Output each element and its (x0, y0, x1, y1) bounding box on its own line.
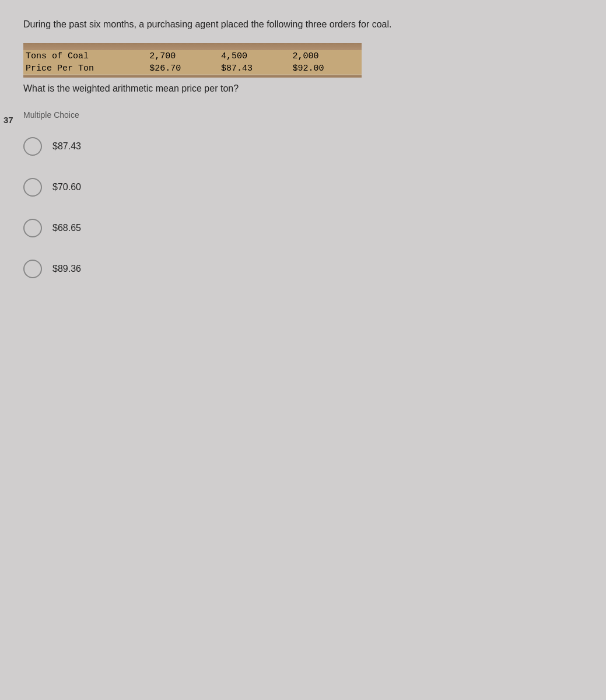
table-bottom-stripe (23, 75, 362, 78)
table-section: Tons of Coal 2,700 4,500 2,000 Price Per… (23, 43, 583, 78)
multiple-choice-label: Multiple Choice (23, 110, 583, 120)
row1-col3: 2,000 (290, 50, 362, 62)
option-label-2[interactable]: $70.60 (52, 182, 81, 192)
radio-option-4[interactable] (23, 260, 42, 278)
option-label-3[interactable]: $68.65 (52, 223, 81, 233)
question-number: 37 (0, 114, 17, 126)
page-container: During the past six months, a purchasing… (0, 0, 606, 700)
table-row-1: Tons of Coal 2,700 4,500 2,000 (23, 50, 362, 62)
row2-col1: $26.70 (147, 62, 219, 75)
row2-label: Price Per Ton (23, 62, 147, 75)
radio-option-3[interactable] (23, 219, 42, 237)
table-top-stripe (23, 43, 362, 50)
row1-label: Tons of Coal (23, 50, 147, 62)
options-list: $87.43 $70.60 $68.65 $89.36 (23, 137, 583, 278)
question-text: What is the weighted arithmetic mean pri… (23, 83, 583, 94)
row1-col1: 2,700 (147, 50, 219, 62)
row1-col2: 4,500 (219, 50, 290, 62)
option-item-3[interactable]: $68.65 (23, 219, 583, 237)
radio-option-2[interactable] (23, 178, 42, 197)
option-label-1[interactable]: $87.43 (52, 141, 81, 152)
data-table: Tons of Coal 2,700 4,500 2,000 Price Per… (23, 50, 362, 75)
radio-option-1[interactable] (23, 137, 42, 156)
option-item-4[interactable]: $89.36 (23, 260, 583, 278)
row2-col2: $87.43 (219, 62, 290, 75)
intro-text: During the past six months, a purchasing… (23, 18, 583, 32)
option-item-1[interactable]: $87.43 (23, 137, 583, 156)
table-row-2: Price Per Ton $26.70 $87.43 $92.00 (23, 62, 362, 75)
option-item-2[interactable]: $70.60 (23, 178, 583, 197)
row2-col3: $92.00 (290, 62, 362, 75)
option-label-4[interactable]: $89.36 (52, 264, 81, 274)
